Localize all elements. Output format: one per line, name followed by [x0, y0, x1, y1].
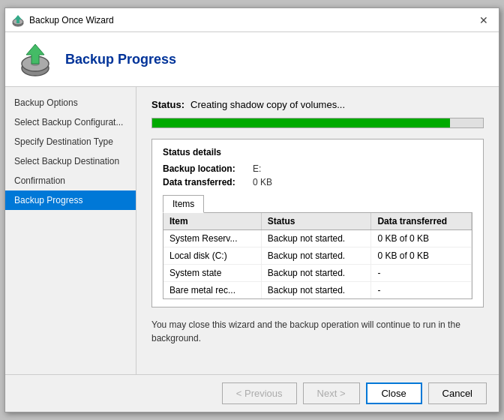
header-section: Backup Progress: [5, 32, 499, 87]
status-label: Status:: [152, 99, 184, 110]
cancel-button[interactable]: Cancel: [428, 382, 487, 404]
status-details-box: Status details Backup location: E: Data …: [152, 139, 484, 308]
title-bar: Backup Once Wizard ✕: [5, 8, 499, 32]
app-icon: [11, 14, 25, 27]
cell-data_transferred: -: [371, 282, 472, 299]
previous-button[interactable]: < Previous: [222, 382, 297, 404]
header-title: Backup Progress: [65, 52, 176, 68]
table-row: Bare metal rec...Backup not started.-: [164, 282, 472, 299]
backup-location-row: Backup location: E:: [163, 164, 472, 174]
data-transferred-label: Data transferred:: [163, 177, 253, 188]
close-button[interactable]: Close: [366, 382, 422, 404]
progress-bar-container: [152, 118, 484, 128]
window: Backup Once Wizard ✕ Backup Progress Bac…: [4, 8, 500, 412]
window-title: Backup Once Wizard: [29, 15, 475, 26]
cell-data_transferred: 0 KB of 0 KB: [371, 248, 472, 265]
info-text: You may close this wizard and the backup…: [152, 318, 484, 345]
backup-location-label: Backup location:: [163, 164, 253, 174]
cell-data_transferred: -: [371, 265, 472, 282]
data-transferred-value: 0 KB: [253, 177, 272, 188]
content-area: Backup Options Select Backup Configurat.…: [5, 87, 499, 374]
sidebar-item-select-backup-config[interactable]: Select Backup Configurat...: [5, 112, 136, 132]
cell-item: System Reserv...: [164, 230, 261, 248]
status-details-title: Status details: [163, 147, 472, 158]
cell-status: Backup not started.: [261, 282, 371, 299]
status-row: Status: Creating shadow copy of volumes.…: [152, 99, 484, 110]
cell-status: Backup not started.: [261, 265, 371, 282]
table-row: System Reserv...Backup not started.0 KB …: [164, 230, 472, 248]
progress-bar-fill: [152, 118, 450, 128]
sidebar-item-select-backup-destination[interactable]: Select Backup Destination: [5, 152, 136, 171]
items-tab[interactable]: Items: [163, 195, 204, 213]
cell-item: Local disk (C:): [164, 248, 261, 265]
next-button[interactable]: Next >: [303, 382, 360, 404]
main-content: Status: Creating shadow copy of volumes.…: [136, 87, 499, 374]
status-text: Creating shadow copy of volumes...: [190, 99, 345, 110]
cell-data_transferred: 0 KB of 0 KB: [371, 230, 472, 248]
items-tab-bar: Items: [163, 195, 472, 213]
window-close-button[interactable]: ✕: [475, 13, 493, 28]
cell-item: Bare metal rec...: [164, 282, 261, 299]
data-transferred-row: Data transferred: 0 KB: [163, 177, 472, 188]
table-row: Local disk (C:)Backup not started.0 KB o…: [164, 248, 472, 265]
items-table: Item Status Data transferred System Rese…: [164, 213, 472, 298]
sidebar: Backup Options Select Backup Configurat.…: [5, 87, 136, 374]
sidebar-item-backup-progress[interactable]: Backup Progress: [5, 190, 136, 210]
sidebar-item-specify-destination-type[interactable]: Specify Destination Type: [5, 132, 136, 152]
header-icon: [17, 41, 53, 77]
col-item: Item: [164, 213, 261, 230]
sidebar-item-confirmation[interactable]: Confirmation: [5, 171, 136, 190]
table-row: System stateBackup not started.-: [164, 265, 472, 282]
items-table-container: Item Status Data transferred System Rese…: [163, 213, 472, 299]
backup-location-value: E:: [253, 164, 261, 174]
cell-status: Backup not started.: [261, 230, 371, 248]
cell-item: System state: [164, 265, 261, 282]
col-status: Status: [261, 213, 371, 230]
footer: < Previous Next > Close Cancel: [5, 374, 499, 412]
cell-status: Backup not started.: [261, 248, 371, 265]
col-data-transferred: Data transferred: [371, 213, 472, 230]
sidebar-item-backup-options[interactable]: Backup Options: [5, 93, 136, 112]
